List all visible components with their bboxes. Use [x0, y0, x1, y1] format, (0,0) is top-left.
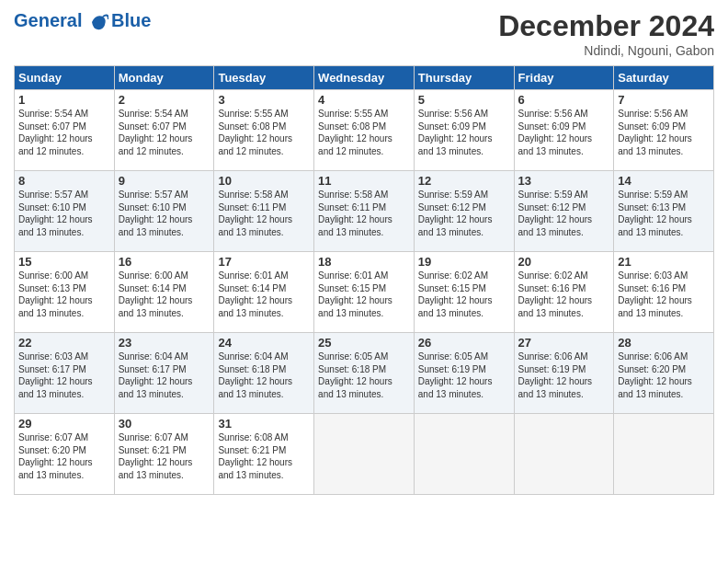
day-info: Sunrise: 6:07 AMSunset: 6:20 PMDaylight:…: [18, 432, 93, 480]
calendar-cell: 14 Sunrise: 5:59 AMSunset: 6:13 PMDaylig…: [614, 171, 714, 252]
week-row-3: 15 Sunrise: 6:00 AMSunset: 6:13 PMDaylig…: [15, 252, 714, 333]
day-info: Sunrise: 6:07 AMSunset: 6:21 PMDaylight:…: [119, 432, 193, 480]
day-info: Sunrise: 5:59 AMSunset: 6:13 PMDaylight:…: [618, 190, 692, 237]
day-info: Sunrise: 6:06 AMSunset: 6:19 PMDaylight:…: [518, 351, 593, 399]
day-info: Sunrise: 6:05 AMSunset: 6:18 PMDaylight:…: [318, 351, 392, 399]
day-info: Sunrise: 6:01 AMSunset: 6:14 PMDaylight:…: [218, 270, 292, 318]
calendar-cell: 12 Sunrise: 5:59 AMSunset: 6:12 PMDaylig…: [414, 171, 514, 252]
calendar-cell: 3 Sunrise: 5:55 AMSunset: 6:08 PMDayligh…: [214, 90, 314, 171]
calendar-cell: 13 Sunrise: 5:59 AMSunset: 6:12 PMDaylig…: [514, 171, 614, 252]
day-number: 27: [518, 336, 610, 350]
calendar-cell: 19 Sunrise: 6:02 AMSunset: 6:15 PMDaylig…: [414, 252, 514, 333]
day-number: 5: [418, 93, 510, 107]
header-day-thursday: Thursday: [414, 66, 514, 90]
day-info: Sunrise: 5:55 AMSunset: 6:08 PMDaylight:…: [318, 109, 392, 156]
day-number: 7: [618, 93, 710, 107]
day-info: Sunrise: 5:54 AMSunset: 6:07 PMDaylight:…: [119, 109, 193, 156]
week-row-5: 29 Sunrise: 6:07 AMSunset: 6:20 PMDaylig…: [15, 414, 714, 495]
calendar-cell: [314, 414, 415, 495]
location-subtitle: Ndindi, Ngouni, Gabon: [498, 43, 714, 58]
day-number: 29: [18, 417, 110, 431]
day-number: 23: [119, 336, 210, 350]
calendar-cell: 8 Sunrise: 5:57 AMSunset: 6:10 PMDayligh…: [15, 171, 115, 252]
day-number: 6: [518, 93, 610, 107]
day-info: Sunrise: 5:55 AMSunset: 6:08 PMDaylight:…: [218, 109, 292, 156]
day-number: 19: [418, 255, 510, 269]
calendar-cell: 15 Sunrise: 6:00 AMSunset: 6:13 PMDaylig…: [15, 252, 115, 333]
day-number: 13: [518, 174, 610, 188]
day-number: 21: [618, 255, 710, 269]
day-number: 4: [318, 93, 410, 107]
day-number: 17: [218, 255, 310, 269]
calendar-cell: 28 Sunrise: 6:06 AMSunset: 6:20 PMDaylig…: [614, 333, 714, 414]
header-day-monday: Monday: [114, 66, 214, 90]
calendar-cell: 2 Sunrise: 5:54 AMSunset: 6:07 PMDayligh…: [114, 90, 214, 171]
day-number: 12: [418, 174, 510, 188]
day-info: Sunrise: 6:00 AMSunset: 6:13 PMDaylight:…: [18, 270, 93, 318]
calendar-cell: 9 Sunrise: 5:57 AMSunset: 6:10 PMDayligh…: [114, 171, 214, 252]
calendar-cell: 5 Sunrise: 5:56 AMSunset: 6:09 PMDayligh…: [414, 90, 514, 171]
calendar-table: SundayMondayTuesdayWednesdayThursdayFrid…: [14, 65, 714, 495]
day-number: 30: [119, 417, 210, 431]
day-number: 22: [18, 336, 110, 350]
day-number: 31: [218, 417, 310, 431]
header-day-sunday: Sunday: [15, 66, 115, 90]
day-number: 20: [518, 255, 610, 269]
calendar-cell: 18 Sunrise: 6:01 AMSunset: 6:15 PMDaylig…: [314, 252, 415, 333]
calendar-cell: 11 Sunrise: 5:58 AMSunset: 6:11 PMDaylig…: [314, 171, 415, 252]
calendar-cell: 21 Sunrise: 6:03 AMSunset: 6:16 PMDaylig…: [614, 252, 714, 333]
title-block: December 2024 Ndindi, Ngouni, Gabon: [498, 9, 714, 58]
day-info: Sunrise: 6:06 AMSunset: 6:20 PMDaylight:…: [618, 351, 692, 399]
day-number: 2: [119, 93, 210, 107]
day-info: Sunrise: 6:04 AMSunset: 6:18 PMDaylight:…: [218, 351, 292, 399]
header-day-friday: Friday: [514, 66, 614, 90]
calendar-cell: 29 Sunrise: 6:07 AMSunset: 6:20 PMDaylig…: [15, 414, 115, 495]
day-number: 28: [618, 336, 710, 350]
day-number: 14: [618, 174, 710, 188]
week-row-4: 22 Sunrise: 6:03 AMSunset: 6:17 PMDaylig…: [15, 333, 714, 414]
day-info: Sunrise: 5:57 AMSunset: 6:10 PMDaylight:…: [119, 190, 193, 237]
calendar-cell: 1 Sunrise: 5:54 AMSunset: 6:07 PMDayligh…: [15, 90, 115, 171]
calendar-cell: 7 Sunrise: 5:56 AMSunset: 6:09 PMDayligh…: [614, 90, 714, 171]
calendar-cell: 20 Sunrise: 6:02 AMSunset: 6:16 PMDaylig…: [514, 252, 614, 333]
day-info: Sunrise: 6:08 AMSunset: 6:21 PMDaylight:…: [218, 432, 292, 480]
calendar-cell: 10 Sunrise: 5:58 AMSunset: 6:11 PMDaylig…: [214, 171, 314, 252]
day-info: Sunrise: 6:02 AMSunset: 6:15 PMDaylight:…: [418, 270, 493, 318]
calendar-cell: 27 Sunrise: 6:06 AMSunset: 6:19 PMDaylig…: [514, 333, 614, 414]
day-number: 9: [119, 174, 210, 188]
day-number: 25: [318, 336, 410, 350]
calendar-cell: 26 Sunrise: 6:05 AMSunset: 6:19 PMDaylig…: [414, 333, 514, 414]
day-info: Sunrise: 5:59 AMSunset: 6:12 PMDaylight:…: [418, 190, 493, 237]
day-info: Sunrise: 5:54 AMSunset: 6:07 PMDaylight:…: [18, 109, 93, 156]
page-container: General Blue December 2024 Ndindi, Ngoun…: [0, 0, 728, 504]
day-number: 1: [18, 93, 110, 107]
day-info: Sunrise: 5:59 AMSunset: 6:12 PMDaylight:…: [518, 190, 593, 237]
calendar-cell: 6 Sunrise: 5:56 AMSunset: 6:09 PMDayligh…: [514, 90, 614, 171]
day-info: Sunrise: 5:58 AMSunset: 6:11 PMDaylight:…: [318, 190, 392, 237]
calendar-cell: [414, 414, 514, 495]
day-info: Sunrise: 5:58 AMSunset: 6:11 PMDaylight:…: [218, 190, 292, 237]
day-number: 3: [218, 93, 310, 107]
calendar-cell: 30 Sunrise: 6:07 AMSunset: 6:21 PMDaylig…: [114, 414, 214, 495]
day-number: 11: [318, 174, 410, 188]
calendar-cell: 22 Sunrise: 6:03 AMSunset: 6:17 PMDaylig…: [15, 333, 115, 414]
calendar-cell: [614, 414, 714, 495]
calendar-cell: 23 Sunrise: 6:04 AMSunset: 6:17 PMDaylig…: [114, 333, 214, 414]
day-number: 18: [318, 255, 410, 269]
page-header: General Blue December 2024 Ndindi, Ngoun…: [14, 9, 714, 58]
day-info: Sunrise: 6:03 AMSunset: 6:16 PMDaylight:…: [618, 270, 692, 318]
day-info: Sunrise: 5:56 AMSunset: 6:09 PMDaylight:…: [418, 109, 493, 156]
header-day-saturday: Saturday: [614, 66, 714, 90]
day-number: 8: [18, 174, 110, 188]
calendar-cell: 17 Sunrise: 6:01 AMSunset: 6:14 PMDaylig…: [214, 252, 314, 333]
day-number: 16: [119, 255, 210, 269]
day-info: Sunrise: 6:03 AMSunset: 6:17 PMDaylight:…: [18, 351, 93, 399]
day-info: Sunrise: 6:01 AMSunset: 6:15 PMDaylight:…: [318, 270, 392, 318]
day-number: 10: [218, 174, 310, 188]
day-number: 24: [218, 336, 310, 350]
header-row: SundayMondayTuesdayWednesdayThursdayFrid…: [15, 66, 714, 90]
logo: General Blue: [14, 9, 151, 32]
day-info: Sunrise: 6:05 AMSunset: 6:19 PMDaylight:…: [418, 351, 493, 399]
day-info: Sunrise: 6:02 AMSunset: 6:16 PMDaylight:…: [518, 270, 593, 318]
logo-text: General: [14, 9, 108, 32]
